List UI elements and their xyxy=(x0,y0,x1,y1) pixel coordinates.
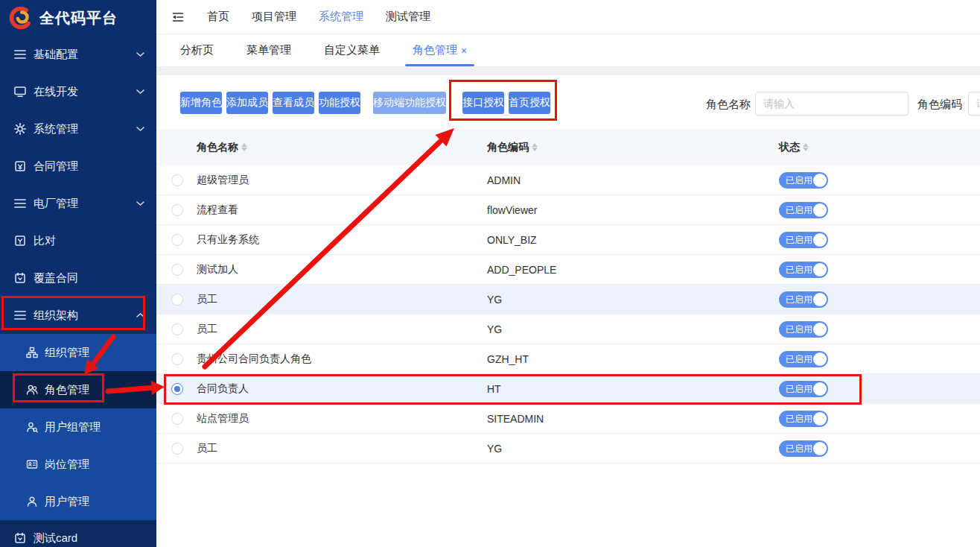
status-toggle[interactable]: 已启用 xyxy=(779,262,828,278)
row-radio[interactable] xyxy=(171,234,183,246)
status-toggle-label: 已启用 xyxy=(786,262,812,278)
topnav-item[interactable]: 项目管理 xyxy=(252,10,296,24)
status-toggle-label: 已启用 xyxy=(786,291,812,308)
status-toggle-label: 已启用 xyxy=(786,440,812,457)
status-toggle-knob xyxy=(813,352,827,366)
status-toggle[interactable]: 已启用 xyxy=(779,232,828,248)
status-toggle[interactable]: 已启用 xyxy=(779,440,828,457)
status-toggle-label: 已启用 xyxy=(786,381,812,397)
tab[interactable]: 自定义菜单 xyxy=(308,34,396,66)
table-row[interactable]: 超级管理员 ADMIN 已启用 xyxy=(156,165,980,195)
sidebar-menu: 基础配置 在线开发 系统管理 合同管理 电厂管理 比对 xyxy=(0,36,156,334)
column-header-status[interactable]: 状态 xyxy=(779,141,980,154)
row-radio[interactable] xyxy=(171,294,183,306)
list-icon xyxy=(13,48,26,61)
status-toggle[interactable]: 已启用 xyxy=(779,381,828,397)
status-toggle-knob xyxy=(813,263,827,276)
tab-label: 菜单管理 xyxy=(246,43,291,57)
row-radio[interactable] xyxy=(171,174,183,186)
status-toggle-label: 已启用 xyxy=(786,411,812,427)
tab-close-icon[interactable]: × xyxy=(461,45,467,57)
row-radio[interactable] xyxy=(171,443,183,455)
tab-label: 分析页 xyxy=(180,43,214,57)
status-toggle[interactable]: 已启用 xyxy=(779,411,828,427)
action-button[interactable]: 添加成员 xyxy=(226,92,268,114)
topnav-item[interactable]: 系统管理 xyxy=(319,10,363,24)
sidebar-subitem[interactable]: 用户管理 xyxy=(0,483,156,520)
action-button[interactable]: 新增角色 xyxy=(180,92,222,114)
gear-icon xyxy=(13,123,26,136)
sidebar-subitem[interactable]: 岗位管理 xyxy=(0,446,156,483)
topnav-item[interactable]: 首页 xyxy=(207,10,229,24)
user-icon xyxy=(25,496,38,508)
user-group-icon xyxy=(25,421,38,434)
role-name-cell: 测试加人 xyxy=(197,263,487,276)
role-name-cell: 只有业务系统 xyxy=(197,233,487,247)
table-row[interactable]: 测试加人 ADD_PEOPLE 已启用 xyxy=(156,255,980,285)
sidebar-item-test-card[interactable]: 测试card xyxy=(0,520,156,547)
sidebar-subitem[interactable]: 角色管理 xyxy=(0,371,156,408)
table-row[interactable]: 员工 YG 已启用 xyxy=(156,434,980,464)
table-row[interactable]: 贵州公司合同负责人角色 GZH_HT 已启用 xyxy=(156,344,980,374)
sidebar-item[interactable]: 电厂管理 xyxy=(0,185,156,222)
role-management-panel: 新增角色 添加成员 查看成员 功能授权 移动端功能授权 接口授权 首页授权 角色… xyxy=(156,75,980,547)
column-header-role-name[interactable]: 角色名称 xyxy=(197,141,487,154)
status-toggle[interactable]: 已启用 xyxy=(779,172,828,189)
table-body: 超级管理员 ADMIN 已启用 流程查看 flowViewer 已启用 xyxy=(156,165,980,464)
column-header-role-code[interactable]: 角色编码 xyxy=(487,141,779,154)
sidebar-item[interactable]: 组织架构 xyxy=(0,297,156,334)
sidebar-item[interactable]: 覆盖合同 xyxy=(0,259,156,297)
sidebar-item-label: 在线开发 xyxy=(34,85,78,99)
row-radio[interactable] xyxy=(171,264,183,276)
status-toggle[interactable]: 已启用 xyxy=(779,202,828,218)
table-row[interactable]: 流程查看 flowViewer 已启用 xyxy=(156,195,980,225)
status-toggle[interactable]: 已启用 xyxy=(779,291,828,308)
status-toggle[interactable]: 已启用 xyxy=(779,321,828,338)
action-button[interactable]: 功能授权 xyxy=(319,92,360,114)
status-toggle[interactable]: 已启用 xyxy=(779,351,828,367)
sidebar: 全代码平台 基础配置 在线开发 系统管理 合同管理 电厂管理 xyxy=(0,0,156,547)
sidebar-item-label: 覆盖合同 xyxy=(34,271,78,285)
role-code-label: 角色编码 xyxy=(917,98,962,112)
table-row[interactable]: 员工 YG 已启用 xyxy=(156,285,980,314)
sidebar-item[interactable]: 合同管理 xyxy=(0,148,156,185)
app-logo-row: 全代码平台 xyxy=(0,0,156,36)
sidebar-item-label: 合同管理 xyxy=(34,159,78,174)
chevron-down-icon xyxy=(136,127,144,132)
role-code-cell: ONLY_BIZ xyxy=(487,234,779,246)
row-radio[interactable] xyxy=(171,353,183,365)
sidebar-item[interactable]: 基础配置 xyxy=(0,36,156,73)
action-button[interactable]: 接口授权 xyxy=(462,92,504,114)
table-row[interactable]: 站点管理员 SITEADMIN 已启用 xyxy=(156,404,980,434)
role-name-input[interactable] xyxy=(755,92,909,116)
action-button[interactable]: 移动端功能授权 xyxy=(373,92,446,114)
roles-table: 角色名称 角色编码 状态 超级管理员 AD xyxy=(156,129,980,464)
tab[interactable]: 分析页 xyxy=(164,34,230,66)
table-row[interactable]: 员工 YG 已启用 xyxy=(156,314,980,344)
sidebar-item[interactable]: 系统管理 xyxy=(0,110,156,148)
menu-collapse-icon[interactable] xyxy=(171,10,185,24)
sidebar-subitem[interactable]: 组织管理 xyxy=(0,334,156,371)
action-button[interactable]: 首页授权 xyxy=(509,92,550,114)
sidebar-item[interactable]: 在线开发 xyxy=(0,73,156,110)
action-button[interactable]: 查看成员 xyxy=(273,92,314,114)
chevron-down-icon xyxy=(136,52,144,57)
monitor-icon xyxy=(13,86,26,98)
row-radio[interactable] xyxy=(171,323,183,335)
table-row[interactable]: 合同负责人 HT 已启用 xyxy=(156,374,980,404)
role-code-input[interactable] xyxy=(968,92,980,116)
tab[interactable]: 菜单管理 xyxy=(230,34,308,66)
table-row[interactable]: 只有业务系统 ONLY_BIZ 已启用 xyxy=(156,225,980,255)
row-radio[interactable] xyxy=(171,383,183,395)
sidebar-subitem[interactable]: 用户组管理 xyxy=(0,408,156,446)
status-toggle-label: 已启用 xyxy=(786,232,812,248)
app-title: 全代码平台 xyxy=(39,8,118,28)
sidebar-item[interactable]: 比对 xyxy=(0,222,156,259)
tab[interactable]: 角色管理 × xyxy=(396,34,483,66)
sidebar-item-label: 测试card xyxy=(34,531,77,546)
topnav-item[interactable]: 测试管理 xyxy=(386,10,430,24)
role-name-cell: 站点管理员 xyxy=(197,412,487,426)
row-radio[interactable] xyxy=(171,413,183,425)
compare-icon xyxy=(13,235,26,247)
row-radio[interactable] xyxy=(171,204,183,216)
